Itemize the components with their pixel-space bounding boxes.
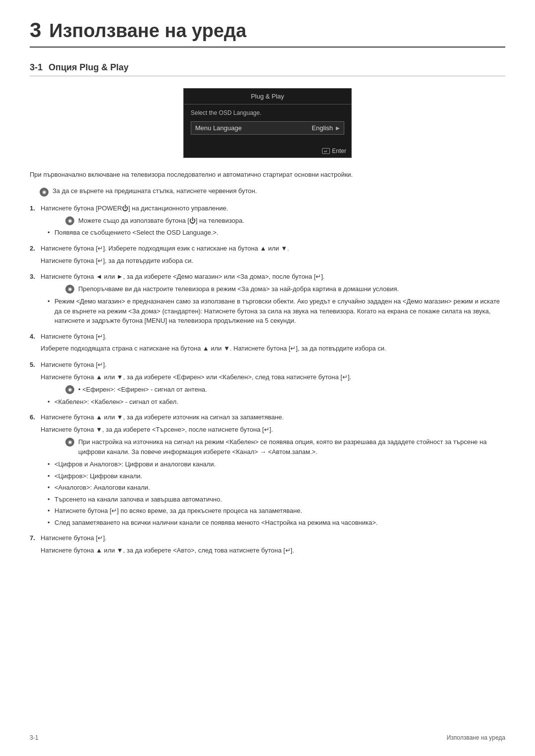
- osd-prompt: Select the OSD Language.: [191, 109, 344, 116]
- section-title: Опция Plug & Play: [49, 62, 129, 73]
- step-7-num: 7.: [30, 533, 39, 544]
- sub-note-icon: ◉: [65, 216, 74, 225]
- steps-container: 1. Натиснете бутона [POWER⏻] на дистанци…: [30, 203, 505, 556]
- page-footer: 3-1 Използване на уреда: [30, 734, 505, 741]
- step-6-text: Натиснете бутона ▲ или ▼, за да изберете…: [41, 412, 505, 423]
- step-7: 7. Натиснете бутона [↵]. Натиснете бутон…: [30, 533, 505, 556]
- step-6-sub-4: • Търсенето на канали започва и завършва…: [48, 495, 505, 504]
- step-3-num: 3.: [30, 272, 39, 282]
- step-7-text: Натиснете бутона [↵].: [41, 533, 505, 544]
- step-1: 1. Натиснете бутона [POWER⏻] на дистанци…: [30, 203, 505, 238]
- step-6-num: 6.: [30, 412, 39, 423]
- bullet-icon: •: [48, 228, 52, 238]
- step-6: 6. Натиснете бутона ▲ или ▼, за да избер…: [30, 412, 505, 527]
- step-4: 4. Натиснете бутона [↵]. Изберете подход…: [30, 332, 505, 354]
- step-6-note-text: При настройка на източника на сигнал на …: [78, 437, 505, 458]
- osd-enter-label: Enter: [332, 148, 346, 154]
- step-6-sub-2: • <Цифров>: Цифрови канали.: [48, 471, 505, 481]
- osd-footer: ↵ Enter: [184, 145, 351, 157]
- sub-note-icon-6: ◉: [65, 438, 74, 447]
- section-header: 3-1 Опция Plug & Play: [30, 62, 505, 76]
- step-3: 3. Натиснете бутона ◄ или ►, за да избер…: [30, 272, 505, 325]
- note-back-text: За да се върнете на предишната стъпка, н…: [53, 187, 257, 195]
- step-5-note-text: • <Ефирен>: <Ефирен> - сигнал от антена.: [78, 385, 207, 395]
- step-5-sub-1: • <Кабелен>: <Кабелен> - сигнал от кабел…: [48, 397, 505, 407]
- note-back: ◉ За да се върнете на предишната стъпка,…: [40, 187, 505, 197]
- step-2-cont: Натиснете бутона [↵], за да потвърдите и…: [41, 256, 505, 266]
- step-6-note: ◉ При настройка на източника на сигнал н…: [65, 437, 505, 458]
- step-3-sub-1-text: Режим <Демо магазин> е предназначен само…: [54, 297, 505, 326]
- step-6-cont: Натиснете бутона ▼, за да изберете <Търс…: [41, 425, 505, 435]
- step-5-text: Натиснете бутона [↵].: [41, 360, 505, 370]
- osd-dialog: Plug & Play Select the OSD Language. Men…: [183, 88, 352, 158]
- step-6-sub-3: • <Аналогов>: Аналогови канали.: [48, 483, 505, 493]
- step-1-sub-1: • Появява се съобщението <Select the OSD…: [48, 228, 505, 238]
- osd-title: Plug & Play: [184, 89, 351, 104]
- footer-right: Използване на уреда: [447, 734, 505, 741]
- osd-menu-language-label: Menu Language: [195, 124, 242, 132]
- intro-text: При първоначално включване на телевизора…: [30, 170, 505, 180]
- osd-language-row: Menu Language English ▶: [191, 121, 344, 135]
- bullet-icon: •: [48, 297, 52, 306]
- step-1-sub-1-text: Появява се съобщението <Select the OSD L…: [54, 228, 218, 238]
- osd-arrow-icon: ▶: [336, 125, 340, 131]
- step-6-sub-5: • Натиснете бутона [↵] по всяко време, з…: [48, 506, 505, 516]
- step-2: 2. Натиснете бутона [↵]. Изберете подход…: [30, 244, 505, 266]
- step-4-cont: Изберете подходящата страна с натискане …: [41, 344, 505, 354]
- enter-icon: ↵: [322, 148, 330, 154]
- step-3-note: ◉ Препоръчваме ви да настроите телевизор…: [65, 284, 505, 295]
- section-number: 3-1: [30, 62, 43, 73]
- chapter-number: 3: [30, 20, 41, 41]
- step-7-cont: Натиснете бутона ▲ или ▼, за да изберете…: [41, 546, 505, 556]
- bullet-icon: •: [48, 397, 52, 407]
- sub-note-icon-3: ◉: [65, 285, 74, 294]
- step-3-sub-1: • Режим <Демо магазин> е предназначен са…: [48, 297, 505, 326]
- chapter-title: Използване на уреда: [49, 20, 246, 42]
- step-3-note-text: Препоръчваме ви да настроите телевизора …: [78, 284, 399, 295]
- step-1-text: Натиснете бутона [POWER⏻] на дистанционн…: [41, 203, 505, 214]
- step-3-text: Натиснете бутона ◄ или ►, за да изберете…: [41, 272, 505, 282]
- step-1-note: ◉ Можете също да използвате бутона [⏻] н…: [65, 216, 505, 226]
- step-6-sub-6: • След запаметяването на всички налични …: [48, 518, 505, 528]
- sub-note-icon-5: ◉: [65, 385, 74, 394]
- step-5-cont: Натиснете бутона ▲ или ▼, за да изберете…: [41, 372, 505, 383]
- step-5-num: 5.: [30, 360, 39, 370]
- step-4-num: 4.: [30, 332, 39, 342]
- osd-menu-language-value: English ▶: [312, 124, 340, 132]
- step-1-num: 1.: [30, 203, 39, 214]
- footer-left: 3-1: [30, 734, 38, 741]
- step-2-text: Натиснете бутона [↵]. Изберете подходящи…: [41, 244, 505, 254]
- step-6-sub-1: • <Цифров и Аналогов>: Цифрови и аналого…: [48, 459, 505, 469]
- step-2-num: 2.: [30, 244, 39, 254]
- step-4-text: Натиснете бутона [↵].: [41, 332, 505, 342]
- step-5: 5. Натиснете бутона [↵]. Натиснете бутон…: [30, 360, 505, 406]
- step-5-note: ◉ • <Ефирен>: <Ефирен> - сигнал от антен…: [65, 385, 505, 395]
- note-icon: ◉: [40, 188, 49, 197]
- step-1-note-text: Можете също да използвате бутона [⏻] на …: [78, 216, 244, 226]
- chapter-header: 3 Използване на уреда: [30, 20, 505, 48]
- step-5-sub-1-text: <Кабелен>: <Кабелен> - сигнал от кабел.: [54, 397, 178, 407]
